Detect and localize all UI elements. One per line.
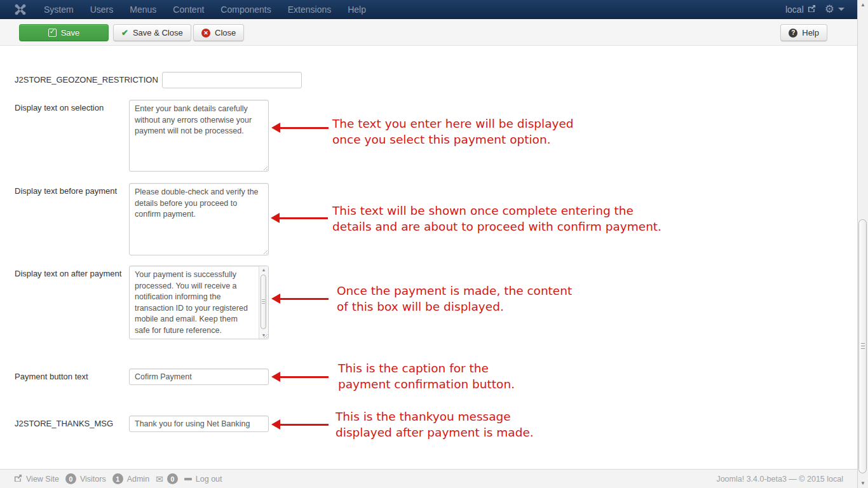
visitors-label: Visitors	[80, 475, 106, 484]
messages-icon: ✉	[156, 474, 163, 484]
joomla-version-text: Joomla! 3.4.0-beta3 — © 2015 local	[716, 475, 843, 484]
annotation-line: This is the caption for the	[338, 360, 515, 376]
annotation-line: once you select this payment option.	[332, 132, 574, 147]
scroll-up-icon[interactable]: ▲	[858, 2, 868, 8]
menu-item-content[interactable]: Content	[165, 0, 212, 19]
menu-item-help[interactable]: Help	[339, 0, 374, 19]
field-label-payment-button-text: Payment button text	[15, 369, 129, 382]
gear-icon: ⚙	[825, 4, 834, 15]
save-and-close-label: Save & Close	[133, 28, 183, 37]
annotation-text-selection: The text you enter here will be displaye…	[332, 116, 574, 147]
form-row-geozone: J2STORE_GEOZONE_RESTRICTION	[15, 72, 302, 88]
menu-item-menus[interactable]: Menus	[121, 0, 165, 19]
annotation-arrow-icon	[271, 213, 328, 223]
scrollbar-grip-icon	[861, 343, 865, 350]
annotation-line: displayed after payment is made.	[336, 424, 534, 440]
annotation-line: details and are about to proceed with co…	[332, 219, 661, 234]
close-button[interactable]: ✕ Close	[193, 24, 244, 41]
annotation-text-thankyou: This is the thankyou message displayed a…	[336, 409, 534, 440]
scroll-down-icon[interactable]: ▼	[858, 480, 868, 486]
preview-site-link[interactable]: local	[785, 4, 816, 15]
admin-page: System Users Menus Content Components Ex…	[0, 0, 857, 488]
menu-item-components[interactable]: Components	[212, 0, 279, 19]
logout-icon	[184, 478, 192, 480]
display-text-before-payment-textarea[interactable]: Please double-check and verify the detai…	[129, 183, 269, 255]
textarea-scrollbar[interactable]: ▲ ▼	[259, 266, 268, 339]
annotation-arrow-icon	[271, 123, 329, 133]
window-scrollbar[interactable]: ▲ ▼	[857, 0, 868, 488]
settings-menu-toggle[interactable]: ⚙	[825, 4, 844, 15]
form-row-display-on-selection: Display text on selection Enter your ban…	[15, 100, 269, 172]
geozone-restriction-input[interactable]	[162, 72, 302, 88]
form-row-payment-button-text: Payment button text	[15, 369, 269, 385]
field-label-display-before-payment: Display text before payment	[15, 183, 129, 196]
payment-button-text-input[interactable]	[129, 369, 269, 385]
display-text-after-payment-textarea[interactable]: Your payment is successfully processed. …	[129, 266, 269, 339]
save-and-close-button[interactable]: ✔ Save & Close	[113, 24, 191, 41]
close-icon: ✕	[201, 29, 210, 37]
messages-count-badge: 0	[167, 473, 178, 484]
help-icon: ?	[789, 29, 797, 37]
site-name-label: local	[785, 4, 804, 15]
annotation-arrow-icon	[271, 372, 329, 382]
form-row-display-before-payment: Display text before payment Please doubl…	[15, 183, 269, 255]
annotation-line: This text will be shown once complete en…	[332, 203, 661, 219]
field-label-thanks-msg: J2STORE_THANKS_MSG	[15, 416, 129, 429]
view-site-icon	[14, 474, 22, 484]
annotation-arrow-icon	[271, 294, 329, 304]
annotation-arrow-icon	[271, 419, 329, 430]
scrollbar-thumb[interactable]	[261, 274, 266, 329]
help-button-label: Help	[802, 28, 819, 37]
scrollbar-grip-icon	[262, 299, 265, 304]
thanks-msg-input[interactable]	[129, 416, 269, 432]
toolbar: Save ✔ Save & Close ✕ Close ? Help	[0, 19, 857, 46]
display-text-on-selection-textarea[interactable]: Enter your bank details carefully withou…	[129, 100, 269, 172]
admin-count-badge: 1	[112, 473, 123, 484]
annotation-text-button-caption: This is the caption for the payment conf…	[338, 360, 515, 392]
admin-navbar: System Users Menus Content Components Ex…	[0, 0, 857, 19]
external-link-icon	[808, 4, 816, 15]
menu-item-users[interactable]: Users	[82, 0, 122, 19]
annotation-line: The text you enter here will be displaye…	[332, 116, 574, 132]
field-label-display-on-selection: Display text on selection	[15, 100, 129, 113]
scroll-up-icon[interactable]: ▲	[259, 268, 268, 272]
form-row-display-after-payment: Display text on after payment Your payme…	[15, 266, 269, 339]
annotation-text-after-payment: Once the payment is made, the content of…	[337, 283, 572, 315]
window-scrollbar-thumb[interactable]	[858, 219, 867, 473]
chevron-down-icon	[838, 8, 844, 11]
annotation-line: Once the payment is made, the content	[337, 283, 572, 299]
view-site-link[interactable]: View Site	[26, 475, 59, 484]
field-label-geozone: J2STORE_GEOZONE_RESTRICTION	[15, 72, 158, 85]
navbar-menus: System Users Menus Content Components Ex…	[36, 0, 374, 19]
logout-link[interactable]: Log out	[196, 475, 222, 484]
help-button[interactable]: ? Help	[780, 24, 827, 41]
save-icon	[48, 29, 57, 37]
check-icon: ✔	[121, 28, 128, 37]
annotation-line: This is the thankyou message	[336, 409, 534, 424]
joomla-logo-icon	[14, 3, 27, 16]
menu-item-extensions[interactable]: Extensions	[280, 0, 339, 19]
annotation-text-before-payment: This text will be shown once complete en…	[332, 203, 661, 234]
admin-label: Admin	[127, 475, 149, 484]
close-button-label: Close	[215, 28, 236, 37]
field-label-display-after-payment: Display text on after payment	[15, 266, 129, 279]
admin-footer: View Site 0 Visitors 1 Admin ✉ 0 Log out…	[0, 469, 857, 488]
annotation-line: of this box will be displayed.	[337, 299, 572, 315]
annotation-line: payment confirmation button.	[338, 376, 515, 392]
visitors-count-badge: 0	[65, 473, 76, 484]
save-button[interactable]: Save	[19, 24, 109, 41]
save-button-label: Save	[61, 28, 80, 37]
form-row-thanks-msg: J2STORE_THANKS_MSG	[15, 416, 269, 432]
menu-item-system[interactable]: System	[36, 0, 82, 19]
